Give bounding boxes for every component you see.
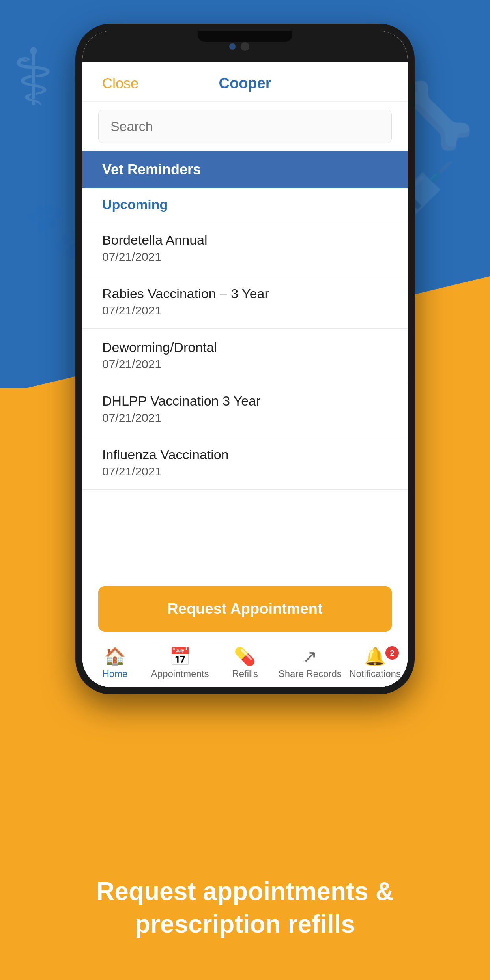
reminders-list: Upcoming Bordetella Annual 07/21/2021 Ra…	[82, 188, 408, 577]
notification-badge: 2	[385, 646, 399, 660]
app-header: Close Cooper	[82, 62, 408, 102]
nav-item-share-records[interactable]: ↗ Share Records	[277, 648, 342, 679]
nav-item-refills[interactable]: 💊 Refills	[213, 648, 278, 679]
reminder-date: 07/21/2021	[102, 250, 388, 264]
reminder-date: 07/21/2021	[102, 465, 388, 478]
phone-screen: Close Cooper Vet Reminders Upcoming Bord…	[82, 31, 408, 687]
share-records-icon: ↗	[303, 648, 317, 665]
nav-item-home[interactable]: 🏠 Home	[82, 648, 148, 679]
nav-item-appointments[interactable]: 📅 Appointments	[148, 648, 213, 679]
list-item[interactable]: Deworming/Drontal 07/21/2021	[82, 329, 408, 382]
nav-label-share-records: Share Records	[279, 668, 342, 679]
reminder-date: 07/21/2021	[102, 411, 388, 425]
phone-notch	[82, 31, 408, 62]
reminder-name: Bordetella Annual	[102, 232, 388, 248]
phone-device: Close Cooper Vet Reminders Upcoming Bord…	[75, 24, 415, 694]
reminder-name: Deworming/Drontal	[102, 340, 388, 355]
search-container	[82, 102, 408, 151]
list-item[interactable]: Bordetella Annual 07/21/2021	[82, 221, 408, 275]
reminder-date: 07/21/2021	[102, 304, 388, 317]
section-header: Vet Reminders	[82, 151, 408, 188]
list-item[interactable]: Rabies Vaccination – 3 Year 07/21/2021	[82, 275, 408, 329]
appointments-icon: 📅	[169, 648, 191, 665]
request-btn-container: Request Appointment	[82, 577, 408, 641]
home-icon: 🏠	[104, 648, 126, 665]
notch-bar	[198, 31, 292, 42]
deco-medical-icon: ⚕	[12, 32, 54, 123]
search-input[interactable]	[98, 110, 392, 143]
upcoming-label: Upcoming	[82, 188, 408, 221]
nav-item-notifications[interactable]: 🔔 2 Notifications	[342, 648, 408, 679]
reminder-name: DHLPP Vaccination 3 Year	[102, 393, 388, 409]
notifications-icon: 🔔	[364, 648, 386, 665]
bottom-navigation: 🏠 Home 📅 Appointments 💊 Refills ↗ Share …	[82, 641, 408, 687]
reminder-name: Influenza Vaccination	[102, 447, 388, 462]
reminder-name: Rabies Vaccination – 3 Year	[102, 286, 388, 301]
reminder-items-container: Bordetella Annual 07/21/2021 Rabies Vacc…	[82, 221, 408, 490]
nav-label-appointments: Appointments	[151, 668, 209, 679]
notch-camera-left	[229, 43, 236, 50]
section-title: Vet Reminders	[102, 161, 201, 178]
header-title: Cooper	[174, 75, 316, 92]
notch-camera-main	[241, 42, 249, 51]
app-content: Close Cooper Vet Reminders Upcoming Bord…	[82, 62, 408, 687]
nav-label-notifications: Notifications	[349, 668, 401, 679]
reminder-date: 07/21/2021	[102, 357, 388, 371]
request-appointment-button[interactable]: Request Appointment	[98, 586, 392, 632]
close-button[interactable]: Close	[102, 75, 174, 92]
tagline-section: Request appointments & prescription refi…	[0, 875, 490, 941]
list-item[interactable]: Influenza Vaccination 07/21/2021	[82, 436, 408, 490]
refills-icon: 💊	[234, 648, 256, 665]
nav-label-refills: Refills	[232, 668, 258, 679]
tagline-text: Request appointments & prescription refi…	[32, 875, 458, 941]
list-item[interactable]: DHLPP Vaccination 3 Year 07/21/2021	[82, 382, 408, 436]
nav-label-home: Home	[102, 668, 127, 679]
